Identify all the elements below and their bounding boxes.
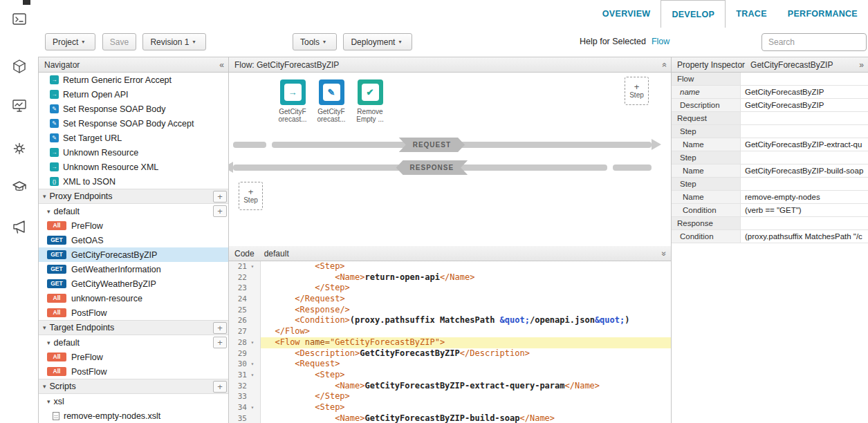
nav-item-set-response-soap-body[interactable]: ✎Set Response SOAP Body (39, 102, 228, 116)
caret-down-icon[interactable]: ▾ (43, 193, 46, 200)
code-line-27[interactable]: 27 </Flow> (229, 326, 671, 337)
code-editor[interactable]: 21▾ <Step>22 <Name>return-open-api</Name… (229, 261, 671, 423)
nav-item-remove-empty-nodes-xslt[interactable]: remove-empty-nodes.xslt (39, 408, 228, 423)
nav-item-postflow[interactable]: AllPostFlow (39, 306, 228, 320)
collapse-right-icon[interactable]: » (859, 57, 864, 73)
code-line-24[interactable]: 24 </Request> (229, 294, 671, 305)
add-step-button[interactable]: +Step (625, 77, 649, 105)
nav-item-getcityweatherbyzip[interactable]: GETGetCityWeatherByZIP (39, 276, 228, 291)
nav-item-xsl[interactable]: ▾xsl (39, 394, 228, 408)
announce-icon[interactable] (0, 213, 38, 241)
add-button[interactable]: + (213, 381, 227, 393)
nav-item-set-target-url[interactable]: ✎Set Target URL (39, 131, 228, 145)
flow-step-getcityf-orecast[interactable]: ✎GetCityForecast... (312, 79, 351, 123)
add-button[interactable]: + (213, 337, 227, 348)
code-line-29[interactable]: 29 <Description>GetCityForecastByZIP</De… (229, 348, 671, 359)
property-value[interactable]: (verb == "GET") (741, 204, 868, 216)
nav-item-getcityforecastbyzip[interactable]: GETGetCityForecastByZIP (39, 247, 228, 262)
code-line-22[interactable]: 22 <Name>return-open-api</Name> (229, 272, 671, 283)
fold-caret-icon[interactable]: ▾ (247, 359, 258, 370)
add-button[interactable]: + (213, 205, 227, 217)
nav-item-scripts[interactable]: ▾Scripts+ (39, 379, 228, 394)
nav-item-proxy-endpoints[interactable]: ▾Proxy Endpoints+ (39, 189, 228, 204)
tools-button[interactable]: Tools▾ (293, 33, 337, 50)
add-button[interactable]: + (213, 322, 227, 334)
property-label: Response (672, 217, 741, 229)
nav-item-set-response-soap-body-accept[interactable]: ✎Set Response SOAP Body Accept (39, 116, 228, 131)
flow-step-remove-empty[interactable]: ✔RemoveEmpty ... (351, 79, 389, 123)
caret-down-icon[interactable]: ▾ (43, 383, 46, 390)
code-line-26[interactable]: 26 <Condition>(proxy.pathsuffix MatchesP… (229, 315, 671, 326)
property-value[interactable]: GetCityForecastByZIP (741, 99, 868, 111)
nav-item-default[interactable]: ▾default+ (39, 335, 228, 350)
nav-item-getweatherinformation[interactable]: GETGetWeatherInformation (39, 262, 228, 276)
property-value[interactable]: remove-empty-nodes (741, 191, 868, 203)
fold-caret-icon[interactable]: ▾ (247, 261, 258, 272)
code-line-21[interactable]: 21▾ <Step> (229, 261, 671, 272)
code-line-23[interactable]: 23 </Step> (229, 283, 671, 294)
toolbar-center-group: Tools▾ Deployment▾ (293, 33, 416, 50)
nav-item-unknown-resource[interactable]: →Unknown Resource (39, 145, 228, 160)
code-line-30[interactable]: 30▾ <Request> (229, 359, 671, 370)
property-value[interactable]: GetCityForecastByZIP (741, 86, 868, 98)
collapse-left-icon[interactable]: « (219, 57, 224, 73)
nav-item-unknown-resource-xml[interactable]: →Unknown Resource XML (39, 160, 228, 174)
code-line-34[interactable]: 34▾ <Step> (229, 402, 671, 413)
nav-item-target-endpoints[interactable]: ▾Target Endpoints+ (39, 320, 228, 335)
property-value[interactable]: GetCityForecastByZIP-extract-qu (741, 138, 868, 151)
nav-item-preflow[interactable]: AllPreFlow (39, 218, 228, 233)
caret-down-icon[interactable]: ▾ (47, 339, 50, 346)
collapse-up-icon[interactable]: » (662, 57, 667, 73)
nav-item-xml-to-json[interactable]: {}XML to JSON (39, 174, 228, 189)
add-step-button[interactable]: +Step (239, 182, 263, 210)
policy-icon: → (50, 162, 59, 171)
caret-down-icon[interactable]: ▾ (47, 208, 50, 215)
flow-step-getcityf-orecast[interactable]: →GetCityForecast... (273, 79, 312, 123)
fold-caret-icon[interactable]: ▾ (247, 337, 258, 348)
code-text: </Step> (261, 283, 671, 294)
settings-gear-icon[interactable] (0, 135, 38, 162)
code-line-33[interactable]: 33 </Step> (229, 391, 671, 402)
method-badge: All (47, 367, 66, 376)
learn-cap-icon[interactable] (0, 173, 38, 200)
code-line-35[interactable]: 35 <Name>GetCityForecastByZIP-build-soap… (229, 413, 671, 423)
nav-item-getoas[interactable]: GETGetOAS (39, 233, 228, 247)
expand-down-icon[interactable]: » (662, 246, 667, 261)
fold-caret-icon[interactable]: ▾ (247, 370, 258, 381)
revision-button[interactable]: Revision 1▾ (142, 33, 206, 50)
nav-item-preflow[interactable]: AllPreFlow (39, 350, 228, 364)
code-line-25[interactable]: 25 <Response/> (229, 305, 671, 316)
gutter: 28▾ (229, 337, 261, 348)
gutter: 34▾ (229, 402, 261, 413)
property-value[interactable]: (proxy.pathsuffix MatchesPath "/c (741, 230, 868, 243)
project-button[interactable]: Project▾ (45, 33, 95, 50)
property-label: Request (672, 112, 741, 124)
nav-item-default[interactable]: ▾default+ (39, 204, 228, 218)
code-line-32[interactable]: 32 <Name>GetCityForecastByZIP-extract-qu… (229, 381, 671, 392)
fold-caret-icon[interactable]: ▾ (247, 402, 258, 413)
terminal-icon[interactable] (0, 6, 38, 33)
caret-down-icon[interactable]: ▾ (43, 324, 46, 331)
save-button[interactable]: Save (102, 33, 136, 50)
proxies-icon[interactable] (0, 53, 38, 80)
help-flow-link[interactable]: Flow (652, 37, 670, 46)
line-number: 35 (229, 413, 247, 423)
code-line-31[interactable]: 31▾ <Step> (229, 370, 671, 381)
nav-item-return-generic-error-accept[interactable]: →Return Generic Error Accept (39, 73, 228, 87)
code-file-select[interactable]: default (264, 249, 289, 258)
nav-item-unknown-resource[interactable]: Allunknown-resource (39, 291, 228, 306)
tab-performance[interactable]: PERFORMANCE (777, 0, 868, 28)
tab-trace[interactable]: TRACE (726, 0, 777, 28)
search-input[interactable] (761, 33, 867, 51)
code-line-28[interactable]: 28▾ <Flow name="GetCityForecastByZIP"> (229, 337, 671, 348)
nav-item-postflow[interactable]: AllPostFlow (39, 364, 228, 379)
deployment-button[interactable]: Deployment▾ (343, 33, 412, 50)
caret-down-icon[interactable]: ▾ (47, 398, 50, 405)
property-value[interactable]: GetCityForecastByZIP-build-soap (741, 164, 868, 177)
tab-develop[interactable]: DEVELOP (661, 0, 726, 28)
add-button[interactable]: + (213, 191, 227, 203)
file-icon (53, 412, 59, 420)
nav-item-return-open-api[interactable]: →Return Open API (39, 87, 228, 102)
publish-icon[interactable] (0, 92, 38, 120)
tab-overview[interactable]: OVERVIEW (592, 0, 661, 28)
